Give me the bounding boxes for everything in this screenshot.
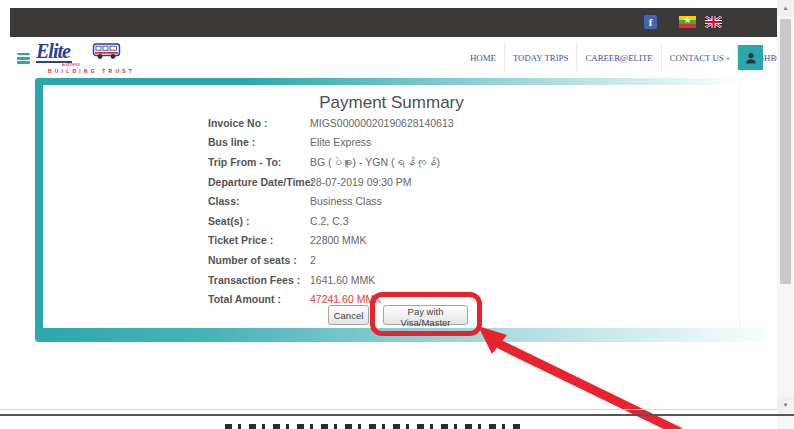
row-label: Invoice No :	[208, 117, 310, 129]
page: f ★ Elite Express	[0, 0, 794, 429]
vertical-scrollbar[interactable]: ▲ ▼	[777, 0, 794, 429]
row-label: Bus line :	[208, 136, 310, 148]
row-value: Business Class	[310, 195, 382, 207]
row-value: MIGS00000020190628140613	[310, 117, 454, 129]
brand-logo[interactable]: Elite Express BUILDING TRUST	[36, 41, 126, 77]
row-label: Number of seats :	[208, 254, 310, 266]
row-value: 28-07-2019 09:30 PM	[310, 176, 412, 188]
card-border-bottom	[35, 328, 765, 342]
scrollbar-thumb[interactable]	[780, 19, 791, 284]
chevron-down-icon: ▾	[726, 55, 730, 63]
row-label: Departure Date/Time:	[208, 176, 310, 188]
pay-visa-master-button[interactable]: Pay with Visa/Master	[383, 305, 468, 325]
myanmar-flag-icon[interactable]: ★	[679, 16, 696, 28]
row-label: Trip From - To:	[208, 156, 310, 168]
bus-icon	[92, 41, 122, 65]
facebook-icon[interactable]: f	[644, 15, 657, 29]
top-bar: f ★	[10, 8, 777, 37]
nav-item-contact-us[interactable]: CONTACT US ▾	[662, 44, 739, 72]
row-label: Total Amount :	[208, 293, 310, 305]
uk-flag-icon[interactable]	[705, 16, 722, 28]
summary-rows: Invoice No : MIGS00000020190628140613 Bu…	[208, 113, 688, 309]
row-label: Class:	[208, 195, 310, 207]
row-bus-line: Bus line : Elite Express	[208, 133, 688, 153]
row-departure: Departure Date/Time: 28-07-2019 09:30 PM	[208, 172, 688, 192]
row-number-of-seats: Number of seats : 2	[208, 250, 688, 270]
row-label: Seat(s) :	[208, 215, 310, 227]
cancel-button[interactable]: Cancel	[328, 305, 369, 325]
row-value: 22800 MMK	[310, 234, 367, 246]
total-amount-value: 47241.60 MMK	[310, 293, 381, 305]
window-bottom-border	[0, 414, 794, 416]
row-value: 2	[310, 254, 316, 266]
row-value: Elite Express	[310, 136, 371, 148]
row-transaction-fees: Transaction Fees : 1641.60 MMK	[208, 270, 688, 290]
user-account-button[interactable]	[738, 45, 763, 70]
scroll-up-button[interactable]: ▲	[777, 0, 794, 16]
row-ticket-price: Ticket Price : 22800 MMK	[208, 231, 688, 251]
card-border-top	[35, 78, 740, 85]
nav-item-career[interactable]: CAREER@ELITE	[577, 44, 661, 72]
window-bottom-hairline	[0, 409, 777, 410]
row-value: 1641.60 MMK	[310, 274, 375, 286]
myanmar-flag-star: ★	[679, 14, 696, 26]
row-class: Class: Business Class	[208, 191, 688, 211]
menu-icon[interactable]	[17, 53, 30, 64]
nav-item-home[interactable]: HOME	[462, 44, 505, 72]
logo-tagline: BUILDING TRUST	[48, 68, 135, 74]
logo-brand-text: Elite	[36, 41, 72, 63]
row-label: Transaction Fees :	[208, 274, 310, 286]
navigation-bar: Elite Express BUILDING TRUST HOME TODAY …	[10, 37, 777, 78]
logo-sub-text: Express	[62, 61, 80, 67]
user-icon	[744, 51, 758, 65]
card-border-left	[35, 78, 43, 342]
row-invoice-no: Invoice No : MIGS00000020190628140613	[208, 113, 688, 133]
page-title: Payment Summary	[43, 93, 740, 113]
row-trip-from-to: Trip From - To: BG (ပဲခူး) - YGN (ရန်ကုန…	[208, 152, 688, 172]
scroll-down-button[interactable]: ▼	[777, 397, 794, 413]
row-seats: Seat(s) : C.2, C.3	[208, 211, 688, 231]
row-value: BG (ပဲခူး) - YGN (ရန်ကုန်)	[310, 156, 440, 168]
row-label: Ticket Price :	[208, 234, 310, 246]
cut-off-caption-text	[225, 424, 520, 429]
social-links: f ★	[644, 15, 722, 29]
nav-item-today-trips[interactable]: TODAY TRIPS	[505, 44, 578, 72]
row-value: C.2, C.3	[310, 215, 349, 227]
